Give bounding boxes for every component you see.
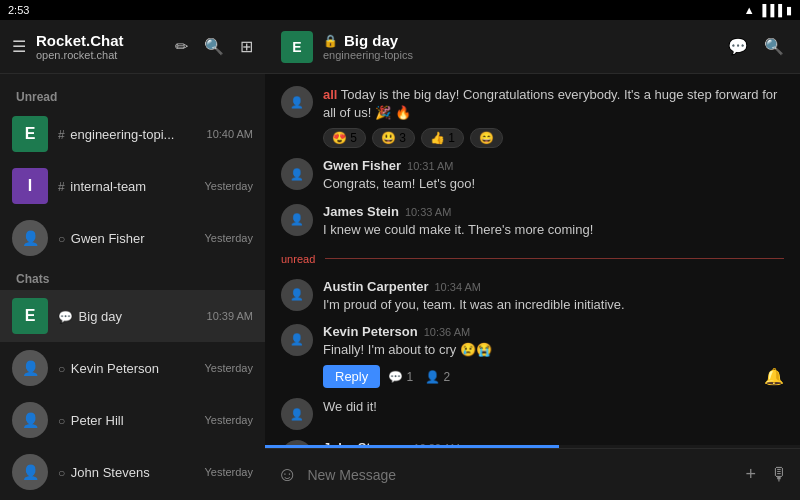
msg-content-gwen: Gwen Fisher 10:31 AM Congrats, team! Let… <box>323 158 784 193</box>
sidebar-header: ☰ Rocket.Chat open.rocket.chat ✏ 🔍 ⊞ <box>0 20 265 74</box>
message-james: 👤 James Stein 10:33 AM I knew we could m… <box>281 204 784 239</box>
avatar-john-side: 👤 <box>12 454 48 490</box>
messages-area: 👤 all Today is the big day! Congratulati… <box>265 74 800 445</box>
sidebar-item-john[interactable]: 👤 ○ John Stevens Yesterday <box>0 446 265 498</box>
battery-icon: ▮ <box>786 4 792 17</box>
signal-icon: ▐▐▐ <box>759 4 782 16</box>
status-bar-right: ▲ ▐▐▐ ▮ <box>744 4 792 17</box>
search-chat-button[interactable]: 🔍 <box>764 37 784 56</box>
menu-button[interactable]: ☰ <box>12 37 26 56</box>
app-body: ☰ Rocket.Chat open.rocket.chat ✏ 🔍 ⊞ Unr… <box>0 20 800 500</box>
reply-count: 💬 1 <box>388 370 413 384</box>
channel-time-peter: Yesterday <box>204 414 253 426</box>
msg-avatar-wedid: 👤 <box>281 398 313 430</box>
msg-content-kevin: Kevin Peterson 10:36 AM Finally! I'm abo… <box>323 324 784 388</box>
sidebar-brand: Rocket.Chat open.rocket.chat <box>36 32 165 61</box>
sidebar-item-kevin[interactable]: 👤 ○ Kevin Peterson Yesterday <box>0 342 265 394</box>
msg-text-kevin: Finally! I'm about to cry 😢😭 <box>323 341 784 359</box>
reply-bar: Reply 💬 1 👤 2 🔔 <box>323 365 784 388</box>
msg-text-james: I knew we could make it. There's more co… <box>323 221 784 239</box>
sidebar-item-internal-team[interactable]: I # internal-team Yesterday <box>0 160 265 212</box>
message-wedid: 👤 We did it! <box>281 398 784 430</box>
msg-text-gwen: Congrats, team! Let's goo! <box>323 175 784 193</box>
app-name: Rocket.Chat <box>36 32 165 49</box>
mute-icon: 🔔 <box>764 367 784 386</box>
msg-time-james: 10:33 AM <box>405 206 451 218</box>
person-count: 👤 2 <box>425 370 450 384</box>
chat-header: E 🔒 Big day engineering-topics 💬 🔍 <box>265 20 800 74</box>
message-austin: 👤 Austin Carpenter 10:34 AM I'm proud of… <box>281 279 784 314</box>
sidebar-item-gwen-fisher[interactable]: 👤 ○ Gwen Fisher Yesterday <box>0 212 265 264</box>
msg-time-austin: 10:34 AM <box>434 281 480 293</box>
circle-icon-john: ○ <box>58 466 65 480</box>
msg-header-james: James Stein 10:33 AM <box>323 204 784 219</box>
avatar-bigday: E <box>12 298 48 334</box>
emoji-button[interactable]: ☺ <box>277 463 297 486</box>
reactions-msg1: 😍 5 😃 3 👍 1 😄 <box>323 128 784 148</box>
msg-avatar-all: 👤 <box>281 86 313 118</box>
reply-meta: 💬 1 👤 2 <box>388 370 450 384</box>
status-bar-left: 2:53 <box>8 4 29 16</box>
reaction-love[interactable]: 😍 5 <box>323 128 366 148</box>
msg-author-austin: Austin Carpenter <box>323 279 428 294</box>
sidebar-item-big-day[interactable]: E 💬 Big day 10:39 AM <box>0 290 265 342</box>
circle-icon-kevin: ○ <box>58 362 65 376</box>
sidebar-content: Unread E # engineering-topi... 10:40 AM … <box>0 74 265 500</box>
sort-button[interactable]: ⊞ <box>240 37 253 56</box>
sidebar-item-engineering[interactable]: E # engineering-topi... 10:40 AM <box>0 108 265 160</box>
hash-icon-engineering: # <box>58 128 65 142</box>
channel-name-kevin: ○ Kevin Peterson <box>58 361 159 376</box>
msg-text-austin: I'm proud of you, team. It was an incred… <box>323 296 784 314</box>
msg-avatar-james: 👤 <box>281 204 313 236</box>
channel-info-peter: ○ Peter Hill Yesterday <box>58 413 253 428</box>
avatar-engineering: E <box>12 116 48 152</box>
status-bar: 2:53 ▲ ▐▐▐ ▮ <box>0 0 800 20</box>
message-1: 👤 all Today is the big day! Congratulati… <box>281 86 784 148</box>
chats-section-label: Chats <box>0 264 265 290</box>
message-input[interactable] <box>307 467 735 483</box>
reaction-smile[interactable]: 😃 3 <box>372 128 415 148</box>
wifi-icon: ▲ <box>744 4 755 16</box>
lock-icon: 🔒 <box>323 34 338 48</box>
reaction-laugh[interactable]: 😄 <box>470 128 503 148</box>
channel-name-internal: # internal-team <box>58 179 146 194</box>
bubble-icon-bigday: 💬 <box>58 310 73 324</box>
channel-name-peter: ○ Peter Hill <box>58 413 124 428</box>
msg-content-wedid: We did it! <box>323 398 784 416</box>
channel-time-internal: Yesterday <box>204 180 253 192</box>
channel-time-kevin: Yesterday <box>204 362 253 374</box>
compose-button[interactable]: ✏ <box>175 37 188 56</box>
channel-info-gwen: ○ Gwen Fisher Yesterday <box>58 231 253 246</box>
channel-time-bigday: 10:39 AM <box>207 310 253 322</box>
channel-name-bigday: 💬 Big day <box>58 309 122 324</box>
thread-icon-button[interactable]: 💬 <box>728 37 748 56</box>
reply-button[interactable]: Reply <box>323 365 380 388</box>
msg-avatar-kevin: 👤 <box>281 324 313 356</box>
avatar-gwen: 👤 <box>12 220 48 256</box>
add-button[interactable]: + <box>745 464 756 485</box>
channel-info-john: ○ John Stevens Yesterday <box>58 465 253 480</box>
message-gwen: 👤 Gwen Fisher 10:31 AM Congrats, team! L… <box>281 158 784 193</box>
msg-text-wedid: We did it! <box>323 398 784 416</box>
channel-name-gwen: ○ Gwen Fisher <box>58 231 145 246</box>
hash-icon-internal: # <box>58 180 65 194</box>
circle-icon-gwen: ○ <box>58 232 65 246</box>
channel-info-internal: # internal-team Yesterday <box>58 179 253 194</box>
mic-button[interactable]: 🎙 <box>770 464 788 485</box>
status-time: 2:53 <box>8 4 29 16</box>
msg-avatar-gwen: 👤 <box>281 158 313 190</box>
channel-time-engineering: 10:40 AM <box>207 128 253 140</box>
sidebar-item-peter[interactable]: 👤 ○ Peter Hill Yesterday <box>0 394 265 446</box>
input-actions: + 🎙 <box>745 464 788 485</box>
reaction-thumbs[interactable]: 👍 1 <box>421 128 464 148</box>
sidebar-header-icons: ✏ 🔍 ⊞ <box>175 37 253 56</box>
channel-name-engineering: # engineering-topi... <box>58 127 174 142</box>
unread-line <box>325 258 784 259</box>
msg-author-james: James Stein <box>323 204 399 219</box>
msg-content-james: James Stein 10:33 AM I knew we could mak… <box>323 204 784 239</box>
chat-channel-name: 🔒 Big day <box>323 32 718 49</box>
msg-author-gwen: Gwen Fisher <box>323 158 401 173</box>
msg-content-austin: Austin Carpenter 10:34 AM I'm proud of y… <box>323 279 784 314</box>
msg-header-gwen: Gwen Fisher 10:31 AM <box>323 158 784 173</box>
search-button[interactable]: 🔍 <box>204 37 224 56</box>
